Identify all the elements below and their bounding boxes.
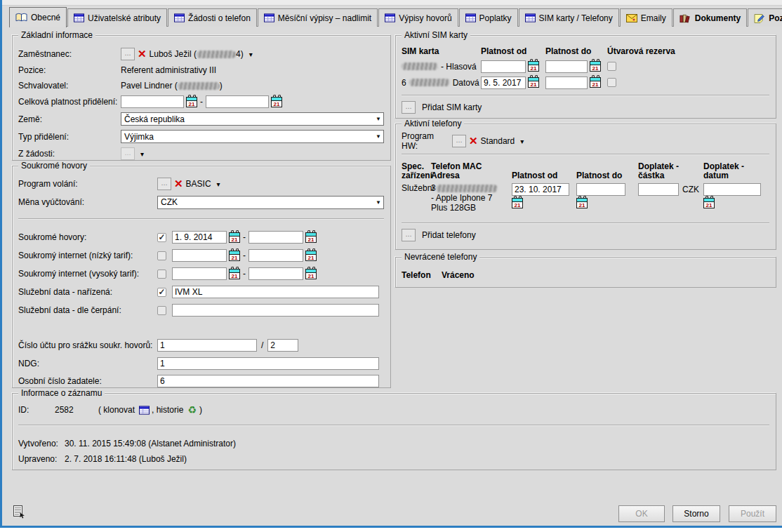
- approver-name-suffix: ): [220, 81, 223, 91]
- ndg-input[interactable]: [157, 357, 379, 370]
- assignment-type-label: Typ přidělení:: [18, 132, 121, 142]
- remove-employee-icon[interactable]: ✕: [138, 49, 147, 59]
- calendar-icon[interactable]: [576, 198, 588, 208]
- history-label[interactable]: , historie: [152, 405, 183, 415]
- check-icon: ✓: [158, 234, 165, 241]
- sim-reserve-checkbox[interactable]: [607, 78, 616, 87]
- phone-number-prefix: 3: [431, 183, 436, 193]
- tab-emaily[interactable]: Emaily: [620, 8, 672, 27]
- account-number-input[interactable]: [157, 339, 257, 352]
- private-internet-high-from-input[interactable]: [172, 267, 227, 280]
- private-calls-checkbox[interactable]: ✓: [157, 233, 166, 242]
- tab-dokumenty[interactable]: Dokumenty: [673, 8, 747, 27]
- employee-browse-button[interactable]: ...: [121, 48, 135, 60]
- bank-code-input[interactable]: [267, 339, 298, 352]
- created-label: Vytvořeno:: [18, 439, 65, 448]
- tab-vypisy-hovoru[interactable]: Výpisy hovorů: [378, 8, 458, 27]
- assignment-type-select[interactable]: Výjimka ▼: [121, 130, 384, 143]
- tab-sim-karty-telefony[interactable]: SIM karty / Telefony: [519, 8, 619, 27]
- calendar-icon[interactable]: [229, 269, 240, 279]
- sim-to-input[interactable]: [545, 77, 588, 89]
- add-sim-button[interactable]: ...: [402, 101, 416, 114]
- phone-row: Služební 3 - Apple Iphone 7 Plus 128GB C…: [402, 183, 769, 220]
- separator: [18, 218, 384, 220]
- add-phone-button[interactable]: ...: [402, 229, 416, 241]
- clone-label[interactable]: ( klonovat: [98, 405, 135, 415]
- tab-mesicni-vypisy-nadlimit[interactable]: Měsíční výpisy – nadlimit: [258, 8, 378, 27]
- calendar-icon[interactable]: [703, 198, 715, 208]
- calendar-icon[interactable]: [305, 269, 317, 279]
- private-internet-low-to-input[interactable]: [248, 249, 303, 262]
- envelope-icon: [626, 14, 637, 22]
- from-request-browse-button[interactable]: ...: [121, 147, 135, 160]
- private-internet-low-checkbox[interactable]: [157, 251, 166, 260]
- calendar-icon[interactable]: [512, 198, 523, 208]
- currency-select[interactable]: CZK ▼: [157, 196, 384, 209]
- tab-poplatky[interactable]: Poplatky: [459, 8, 518, 27]
- call-program-dropdown-icon[interactable]: ▾: [217, 180, 220, 188]
- personal-number-input[interactable]: [157, 375, 379, 387]
- tab-label: SIM karty / Telefony: [539, 13, 613, 23]
- table-icon: [174, 13, 185, 22]
- cancel-button[interactable]: Storno: [672, 505, 720, 522]
- remove-hw-program-icon[interactable]: ✕: [469, 136, 478, 146]
- hw-program-dropdown-icon[interactable]: ▾: [520, 138, 524, 145]
- data-mandated-input[interactable]: [172, 286, 379, 298]
- top-strip: [2, 0, 782, 6]
- sim-name: - Hlasová: [402, 62, 481, 72]
- calendar-icon[interactable]: [305, 232, 317, 243]
- hw-program-browse-button[interactable]: ...: [452, 135, 466, 147]
- calendar-icon[interactable]: [186, 97, 197, 107]
- data-usage-input[interactable]: [172, 304, 379, 317]
- redacted-phone-id: [436, 185, 498, 192]
- tab-poznamka[interactable]: Poznámka: [748, 8, 782, 27]
- private-internet-low-from-input[interactable]: [172, 249, 227, 262]
- tab-obecne[interactable]: Obecné: [9, 7, 67, 27]
- call-program-browse-button[interactable]: ...: [157, 178, 171, 190]
- history-icon[interactable]: ♻: [187, 406, 197, 415]
- validity-from-input[interactable]: [121, 95, 184, 108]
- data-usage-checkbox[interactable]: [157, 306, 166, 315]
- sim-from-input[interactable]: [481, 60, 526, 73]
- select-record-icon[interactable]: [13, 505, 25, 519]
- calendar-icon[interactable]: [229, 251, 240, 261]
- phone-to-input[interactable]: [576, 183, 625, 196]
- private-calls-to-input[interactable]: [248, 231, 303, 244]
- tab-uzivatelske-atributy[interactable]: Uživatelské atributy: [67, 8, 167, 27]
- phone-spec-value: Služební: [402, 183, 431, 193]
- ok-button[interactable]: OK: [618, 505, 665, 522]
- apply-button[interactable]: Použít: [729, 505, 776, 522]
- tab-zadosti-o-telefon[interactable]: Žádosti o telefon: [168, 8, 257, 27]
- surcharge-amount-input[interactable]: [638, 183, 679, 196]
- calendar-icon[interactable]: [528, 61, 539, 72]
- calendar-icon[interactable]: [229, 232, 240, 243]
- calendar-icon[interactable]: [590, 61, 601, 72]
- from-request-dropdown-icon[interactable]: ▾: [140, 150, 144, 158]
- data-mandated-checkbox[interactable]: ✓: [157, 288, 166, 297]
- add-sim-label[interactable]: Přidat SIM karty: [422, 102, 482, 112]
- remove-call-program-icon[interactable]: ✕: [174, 179, 183, 189]
- add-phone-label[interactable]: Přidat telefony: [422, 230, 476, 240]
- private-internet-high-to-input[interactable]: [248, 267, 303, 280]
- separator: [402, 154, 769, 155]
- calendar-icon[interactable]: [528, 77, 539, 88]
- validity-to-input[interactable]: [206, 95, 269, 108]
- hw-program-label: Program HW:: [402, 131, 452, 151]
- country-select[interactable]: Česká republika ▼: [121, 112, 384, 126]
- private-calls-from-input[interactable]: [172, 231, 227, 244]
- sim-from-input[interactable]: [481, 77, 526, 89]
- calendar-icon[interactable]: [590, 77, 601, 88]
- employee-dropdown-icon[interactable]: ▾: [249, 51, 253, 58]
- account-slash: /: [261, 340, 263, 350]
- private-internet-high-checkbox[interactable]: [157, 270, 166, 279]
- currency-value: CZK: [161, 197, 178, 207]
- surcharge-date-input[interactable]: [703, 183, 761, 196]
- phone-from-input[interactable]: [512, 183, 569, 196]
- calendar-icon[interactable]: [271, 97, 282, 107]
- sim-to-input[interactable]: [545, 60, 588, 73]
- phone-model-line1: - Apple Iphone 7: [431, 193, 492, 203]
- clone-icon[interactable]: [139, 406, 150, 415]
- sim-reserve-checkbox[interactable]: [607, 62, 616, 71]
- calendar-icon[interactable]: [305, 251, 317, 261]
- tab-label: Poznámka: [769, 13, 782, 23]
